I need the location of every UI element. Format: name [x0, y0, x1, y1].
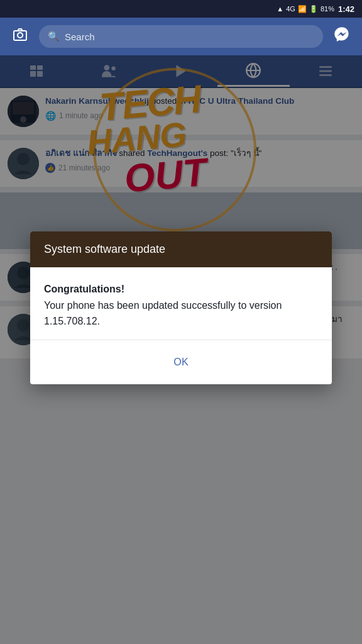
battery-level: 81% [321, 5, 334, 13]
camera-icon[interactable] [9, 27, 31, 46]
dialog-body: Congratulations! Your phone has been upd… [30, 267, 332, 330]
network-icon: ▲ [277, 5, 283, 13]
clock: 1:42 [338, 4, 354, 14]
network-type: 4G [286, 5, 295, 13]
status-bar: ▲ 4G 📶 🔋 81% 1:42 [0, 0, 362, 18]
search-icon: 🔍 [48, 31, 60, 42]
dialog-title: System software update [30, 231, 332, 267]
search-bar[interactable]: 🔍 Search [39, 25, 323, 48]
ok-button[interactable]: OK [148, 352, 214, 373]
battery-icon: 🔋 [309, 5, 318, 13]
dialog-body-text: Congratulations! Your phone has been upd… [44, 281, 318, 330]
status-icons: ▲ 4G 📶 🔋 81% [277, 5, 334, 13]
dialog-actions: OK [30, 340, 332, 384]
messenger-icon[interactable] [331, 26, 353, 47]
signal-icon: 📶 [298, 5, 307, 13]
search-placeholder: Search [65, 31, 95, 42]
dialog-overlay: System software update Congratulations! … [0, 55, 362, 644]
system-update-dialog: System software update Congratulations! … [30, 231, 332, 384]
svg-point-1 [18, 33, 23, 38]
top-nav: 🔍 Search [0, 18, 362, 55]
